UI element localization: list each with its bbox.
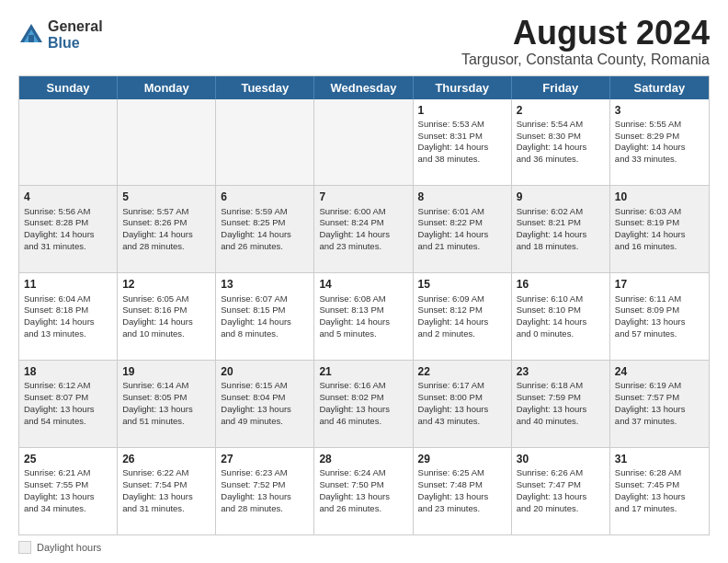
calendar-cell: 8Sunrise: 6:01 AMSunset: 8:22 PMDaylight… [414,186,512,272]
day-detail: and 17 minutes. [615,503,704,515]
day-detail: and 51 minutes. [122,416,210,428]
header: General Blue August 2024 Targusor, Const… [18,15,710,68]
calendar-cell: 18Sunrise: 6:12 AMSunset: 8:07 PMDayligh… [19,361,118,447]
day-number: 21 [319,364,407,379]
day-number: 16 [517,277,605,292]
daylight-legend-box [18,541,31,554]
day-detail: Sunset: 7:48 PM [418,479,506,491]
day-number: 5 [122,190,210,204]
day-number: 19 [122,364,210,379]
day-number: 28 [319,452,407,466]
day-number: 4 [24,190,112,204]
logo-general: General [48,18,103,35]
day-detail: Sunrise: 6:18 AM [517,380,605,392]
day-detail: Sunset: 8:22 PM [418,217,506,229]
day-number: 1 [418,103,506,118]
calendar-cell: 12Sunrise: 6:05 AMSunset: 8:16 PMDayligh… [118,273,216,360]
day-number: 9 [517,190,605,204]
day-detail: Sunset: 8:31 PM [418,131,506,143]
day-detail: and 18 minutes. [517,241,605,253]
day-detail: Daylight: 14 hours [615,229,704,241]
day-number: 30 [517,452,605,466]
calendar-cell: 30Sunrise: 6:26 AMSunset: 7:47 PMDayligh… [512,448,610,534]
day-detail: and 28 minutes. [122,241,210,253]
day-detail: Sunrise: 6:23 AM [221,467,309,479]
day-detail: and 31 minutes. [122,503,210,515]
calendar-body: 1Sunrise: 5:53 AMSunset: 8:31 PMDaylight… [19,99,709,534]
day-number: 29 [418,452,506,466]
calendar-cell: 10Sunrise: 6:03 AMSunset: 8:19 PMDayligh… [610,186,709,272]
calendar-cell: 11Sunrise: 6:04 AMSunset: 8:18 PMDayligh… [19,273,118,360]
calendar-cell: 2Sunrise: 5:54 AMSunset: 8:30 PMDaylight… [512,99,610,186]
day-detail: Daylight: 14 hours [319,229,407,241]
day-detail: and 21 minutes. [418,241,506,253]
day-detail: Daylight: 13 hours [615,491,704,503]
footer: Daylight hours [18,541,710,554]
day-detail: Daylight: 13 hours [221,491,309,503]
day-detail: Sunset: 8:15 PM [221,304,309,316]
day-detail: and 20 minutes. [517,503,605,515]
day-number: 25 [24,452,112,466]
day-detail: Sunset: 8:02 PM [319,392,407,404]
day-detail: Sunset: 8:29 PM [615,131,704,143]
day-detail: Sunset: 7:50 PM [319,479,407,491]
day-detail: and 31 minutes. [24,241,112,253]
day-detail: Daylight: 14 hours [517,142,605,154]
day-number: 15 [418,277,506,292]
day-detail: Daylight: 13 hours [122,404,210,416]
day-detail: Daylight: 14 hours [221,229,309,241]
calendar-cell: 26Sunrise: 6:22 AMSunset: 7:54 PMDayligh… [118,448,216,534]
day-detail: and 49 minutes. [221,416,309,428]
logo-blue: Blue [48,35,103,52]
calendar-header-day: Sunday [19,76,118,99]
day-detail: Daylight: 13 hours [615,316,704,328]
day-detail: Daylight: 14 hours [615,142,704,154]
day-number: 27 [221,452,309,466]
day-detail: and 26 minutes. [319,503,407,515]
calendar: SundayMondayTuesdayWednesdayThursdayFrid… [18,75,710,535]
day-detail: Daylight: 13 hours [221,404,309,416]
calendar-header-day: Thursday [414,76,512,99]
title-block: August 2024 Targusor, Constanta County, … [461,15,710,68]
day-number: 31 [615,452,704,466]
daylight-label: Daylight hours [37,542,101,553]
day-detail: Daylight: 14 hours [319,316,407,328]
day-detail: Sunrise: 6:14 AM [122,380,210,392]
calendar-cell [19,99,118,186]
calendar-cell: 29Sunrise: 6:25 AMSunset: 7:48 PMDayligh… [414,448,512,534]
calendar-cell: 7Sunrise: 6:00 AMSunset: 8:24 PMDaylight… [314,186,413,272]
day-number: 23 [517,364,605,379]
day-detail: Sunrise: 6:04 AM [24,293,112,305]
calendar-cell: 23Sunrise: 6:18 AMSunset: 7:59 PMDayligh… [512,361,610,447]
day-detail: Sunset: 8:24 PM [319,217,407,229]
day-detail: Sunrise: 6:03 AM [615,206,704,218]
calendar-cell: 13Sunrise: 6:07 AMSunset: 8:15 PMDayligh… [216,273,314,360]
day-detail: and 23 minutes. [418,503,506,515]
day-detail: Sunset: 8:10 PM [517,304,605,316]
day-detail: Sunrise: 6:12 AM [24,380,112,392]
calendar-cell: 20Sunrise: 6:15 AMSunset: 8:04 PMDayligh… [216,361,314,447]
calendar-cell: 3Sunrise: 5:55 AMSunset: 8:29 PMDaylight… [610,99,709,186]
day-detail: Sunrise: 6:07 AM [221,293,309,305]
day-detail: and 16 minutes. [615,241,704,253]
day-number: 6 [221,190,309,204]
svg-rect-2 [28,35,34,42]
calendar-cell [216,99,314,186]
day-detail: Sunset: 7:55 PM [24,479,112,491]
day-detail: Daylight: 14 hours [418,316,506,328]
calendar-row: 11Sunrise: 6:04 AMSunset: 8:18 PMDayligh… [19,272,709,360]
day-detail: Daylight: 13 hours [418,404,506,416]
day-detail: Daylight: 14 hours [418,229,506,241]
location-subtitle: Targusor, Constanta County, Romania [461,52,710,68]
calendar-cell: 15Sunrise: 6:09 AMSunset: 8:12 PMDayligh… [414,273,512,360]
calendar-cell: 5Sunrise: 5:57 AMSunset: 8:26 PMDaylight… [118,186,216,272]
day-detail: Sunrise: 5:59 AM [221,206,309,218]
calendar-header: SundayMondayTuesdayWednesdayThursdayFrid… [19,76,709,99]
day-detail: Sunset: 8:04 PM [221,392,309,404]
day-detail: Daylight: 14 hours [517,229,605,241]
day-detail: Sunrise: 5:54 AM [517,119,605,131]
day-detail: Sunrise: 5:57 AM [122,206,210,218]
logo-icon [18,22,44,48]
day-number: 12 [122,277,210,292]
calendar-cell: 25Sunrise: 6:21 AMSunset: 7:55 PMDayligh… [19,448,118,534]
